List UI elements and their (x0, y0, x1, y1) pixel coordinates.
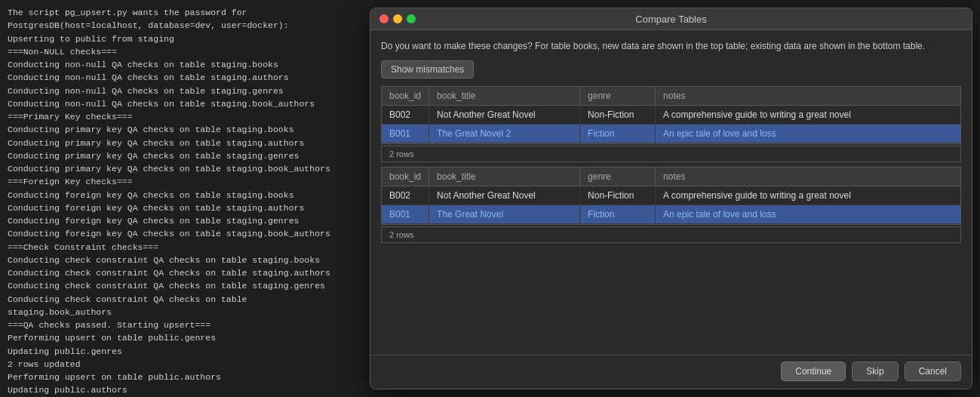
terminal-line: Upserting to public from staging (8, 32, 355, 45)
terminal-line: Conducting non-null QA checks on table s… (8, 58, 355, 71)
bottom-table-body: B002Not Another Great NovelNon-FictionA … (382, 186, 960, 224)
bottom-cell-notes-1: An epic tale of love and loss (656, 205, 960, 224)
bottom-cell-book_id-1: B001 (382, 205, 429, 224)
bottom-cell-book_title-0: Not Another Great Novel (429, 186, 580, 205)
bottom-cell-genre-1: Fiction (580, 205, 656, 224)
bottom-col-book-title: book_title (429, 168, 580, 186)
close-window-button[interactable] (379, 14, 389, 23)
terminal-line: ===QA checks passed. Starting upsert=== (8, 319, 355, 331)
terminal-line: Performing upsert on table public.genres (8, 331, 355, 344)
minimize-window-button[interactable] (393, 14, 402, 23)
terminal-line: Conducting foreign key QA checks on tabl… (8, 214, 355, 227)
terminal-line: ===Foreign Key checks=== (8, 175, 355, 188)
terminal-line: Updating public.genres (8, 345, 355, 358)
dialog-description: Do you want to make these changes? For t… (381, 39, 961, 53)
bottom-table-container: book_id book_title genre notes B002Not A… (381, 167, 961, 225)
top-table-body: B002Not Another Great NovelNon-FictionA … (382, 106, 960, 143)
terminal-line: Conducting check constraint QA checks on… (8, 279, 355, 292)
window-controls (379, 14, 416, 23)
bottom-cell-notes-0: A comprehensive guide to writing a great… (656, 186, 960, 205)
table-row: B002Not Another Great NovelNon-FictionA … (382, 186, 960, 205)
terminal-line: Conducting check constraint QA checks on… (8, 293, 355, 319)
skip-button[interactable]: Skip (852, 362, 898, 381)
terminal-line: Conducting primary key QA checks on tabl… (8, 123, 355, 136)
bottom-col-book-id: book_id (382, 168, 429, 186)
top-cell-book_title-0: Not Another Great Novel (429, 106, 580, 125)
terminal-line: Conducting non-null QA checks on table s… (8, 97, 355, 110)
bottom-table: book_id book_title genre notes B002Not A… (382, 168, 960, 224)
terminal-line: Conducting foreign key QA checks on tabl… (8, 189, 355, 202)
terminal-line: Conducting non-null QA checks on table s… (8, 71, 355, 84)
top-row-count: 2 rows (381, 146, 961, 162)
terminal-line: Conducting primary key QA checks on tabl… (8, 149, 355, 162)
terminal-line: Performing upsert on table public.author… (8, 371, 355, 383)
compare-tables-dialog: Compare Tables Do you want to make these… (370, 8, 972, 389)
terminal-line: Conducting foreign key QA checks on tabl… (8, 227, 355, 240)
bottom-col-notes: notes (656, 168, 960, 186)
bottom-col-genre: genre (580, 168, 656, 186)
top-col-book-title: book_title (429, 87, 580, 106)
terminal-line: ===Check Constraint checks=== (8, 241, 355, 254)
top-cell-genre-1: Fiction (580, 125, 656, 143)
table-row: B001The Great NovelFictionAn epic tale o… (382, 205, 960, 224)
top-table-container: book_id book_title genre notes B002Not A… (381, 86, 961, 144)
top-cell-notes-1: An epic tale of love and loss (656, 125, 960, 143)
dialog-footer: Continue Skip Cancel (370, 355, 972, 389)
terminal-line: ===Primary Key checks=== (8, 110, 355, 123)
continue-button[interactable]: Continue (781, 362, 846, 381)
dialog-title-bar: Compare Tables (370, 8, 972, 30)
dialog-body: Do you want to make these changes? For t… (370, 30, 972, 355)
terminal-line: Conducting non-null QA checks on table s… (8, 85, 355, 97)
terminal-line: Conducting primary key QA checks on tabl… (8, 137, 355, 149)
terminal-line: 2 rows updated (8, 358, 355, 371)
top-table: book_id book_title genre notes B002Not A… (382, 87, 960, 143)
top-table-header-row: book_id book_title genre notes (382, 87, 960, 106)
terminal-line: Conducting foreign key QA checks on tabl… (8, 202, 355, 214)
bottom-cell-book_id-0: B002 (382, 186, 429, 205)
dialog-title: Compare Tables (635, 14, 706, 25)
maximize-window-button[interactable] (407, 14, 416, 23)
top-cell-genre-0: Non-Fiction (580, 106, 656, 125)
terminal-line: Conducting check constraint QA checks on… (8, 254, 355, 266)
terminal-line: Updating public.authors (8, 383, 355, 396)
terminal-line: The script pg_upsert.py wants the passwo… (8, 6, 355, 32)
top-cell-book_title-1: The Great Novel 2 (429, 125, 580, 143)
terminal-line: Conducting primary key QA checks on tabl… (8, 162, 355, 175)
terminal-line: Conducting check constraint QA checks on… (8, 266, 355, 279)
terminal: The script pg_upsert.py wants the passwo… (0, 0, 362, 397)
bottom-row-count: 2 rows (381, 226, 961, 243)
bottom-cell-genre-0: Non-Fiction (580, 186, 656, 205)
cancel-button[interactable]: Cancel (905, 362, 961, 381)
top-cell-notes-0: A comprehensive guide to writing a great… (656, 106, 960, 125)
top-cell-book_id-1: B001 (382, 125, 429, 143)
top-col-notes: notes (656, 87, 960, 106)
terminal-line: ===Non-NULL checks=== (8, 45, 355, 58)
top-col-genre: genre (580, 87, 656, 106)
top-cell-book_id-0: B002 (382, 106, 429, 125)
bottom-cell-book_title-1: The Great Novel (429, 205, 580, 224)
bottom-table-header-row: book_id book_title genre notes (382, 168, 960, 186)
table-row: B002Not Another Great NovelNon-FictionA … (382, 106, 960, 125)
top-col-book-id: book_id (382, 87, 429, 106)
show-mismatches-button[interactable]: Show mismatches (381, 60, 474, 78)
table-row: B001The Great Novel 2FictionAn epic tale… (382, 125, 960, 143)
